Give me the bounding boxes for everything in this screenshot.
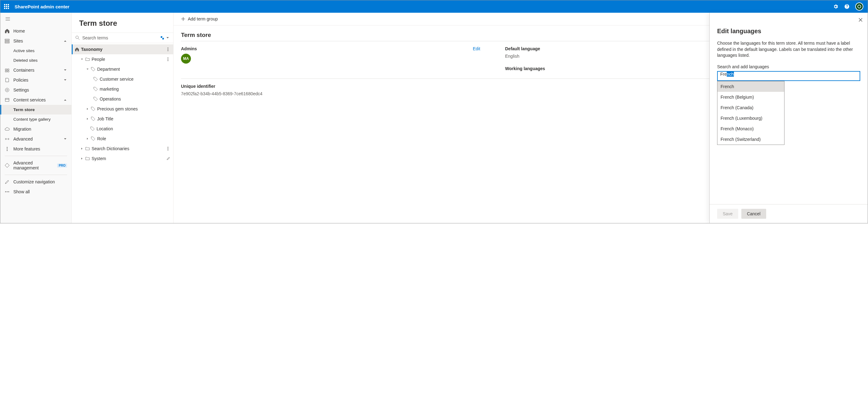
nav-content-type-gallery[interactable]: Content type gallery — [0, 114, 71, 124]
suggestion-item[interactable]: French (Belgium) — [717, 92, 784, 102]
folder-icon — [85, 156, 90, 161]
page-title: Term store — [72, 13, 173, 33]
svg-point-2 — [5, 138, 6, 140]
uid-label: Unique identifier — [181, 84, 215, 89]
chevron-right-icon — [86, 137, 89, 140]
nav-show-all[interactable]: Show all — [0, 187, 71, 197]
save-button[interactable]: Save — [717, 209, 738, 219]
nav-migration[interactable]: Migration — [0, 124, 71, 134]
tree-node-marketing[interactable]: marketing — [72, 84, 173, 94]
collapse-nav-button[interactable] — [0, 13, 71, 26]
suggestion-item[interactable]: French (Canada) — [717, 102, 784, 113]
tree-node-job-title[interactable]: Job Title — [72, 114, 173, 124]
content-services-icon — [5, 97, 10, 102]
pencil-icon — [5, 179, 10, 184]
svg-point-6 — [7, 150, 8, 151]
pro-badge: PRO — [57, 164, 67, 168]
side-navigation: Home Sites Active sites Deleted sites Co… — [0, 13, 72, 223]
tag-icon — [91, 136, 95, 141]
cancel-button[interactable]: Cancel — [741, 209, 766, 219]
tree-node-operations[interactable]: Operations — [72, 94, 173, 104]
nav-advanced-management[interactable]: Advanced managementPRO — [0, 158, 71, 173]
more-icon[interactable] — [166, 47, 170, 52]
close-button[interactable] — [858, 18, 863, 23]
default-language-label: Default language — [505, 46, 540, 51]
account-avatar[interactable] — [855, 2, 863, 10]
suggestion-item[interactable]: French — [717, 81, 784, 92]
svg-point-14 — [168, 57, 168, 58]
svg-point-15 — [168, 59, 168, 60]
tree-node-search-dictionaries[interactable]: Search Dictionaries — [72, 144, 173, 154]
chevron-right-icon — [86, 107, 89, 110]
svg-point-8 — [7, 192, 8, 192]
nav-containers[interactable]: Containers — [0, 65, 71, 75]
svg-point-7 — [5, 192, 6, 192]
tree-node-department[interactable]: Department — [72, 64, 173, 74]
chevron-down-icon — [166, 36, 169, 40]
tree-node-people[interactable]: People — [72, 54, 173, 64]
chevron-right-icon — [86, 117, 89, 121]
add-term-group-button[interactable]: Add term group — [188, 16, 218, 22]
nav-content-services[interactable]: Content services — [0, 95, 71, 105]
term-tree-panel: Term store Search terms Taxonomy People … — [72, 13, 174, 223]
more-icon — [5, 146, 10, 152]
nav-advanced[interactable]: Advanced — [0, 134, 71, 144]
chevron-down-icon — [63, 78, 67, 82]
app-launcher-icon[interactable] — [3, 3, 10, 10]
tree-node-role[interactable]: Role — [72, 134, 173, 144]
tree-node-taxonomy[interactable]: Taxonomy — [72, 44, 173, 54]
suggestion-item[interactable]: French (Switzerland) — [717, 134, 784, 144]
nav-customize-navigation[interactable]: Customize navigation — [0, 177, 71, 187]
search-icon — [75, 36, 80, 40]
app-title: SharePoint admin center — [14, 4, 69, 9]
chevron-down-icon — [63, 68, 67, 72]
tree-node-system[interactable]: System — [72, 154, 173, 164]
cloud-icon — [5, 127, 10, 132]
nav-active-sites[interactable]: Active sites — [0, 46, 71, 56]
search-terms-input[interactable]: Search terms — [75, 35, 158, 40]
edit-languages-panel: Edit languages Choose the languages for … — [709, 13, 868, 223]
tag-icon — [91, 107, 95, 111]
more-icon[interactable] — [166, 57, 170, 61]
suggestion-item[interactable]: French (Monaco) — [717, 124, 784, 134]
svg-point-18 — [168, 148, 168, 149]
chevron-down-icon — [86, 68, 89, 71]
chevron-down-icon — [63, 137, 67, 141]
suggestion-item[interactable]: French (Luxembourg) — [717, 113, 784, 124]
gear-icon[interactable] — [833, 4, 838, 9]
tree-node-customer-service[interactable]: Customer service — [72, 74, 173, 84]
tag-icon — [93, 87, 98, 91]
tag-icon — [90, 127, 95, 131]
svg-point-3 — [8, 138, 9, 140]
nav-sites[interactable]: Sites — [0, 36, 71, 46]
svg-point-13 — [168, 50, 168, 51]
working-languages-label: Working languages — [505, 66, 545, 71]
tree-node-location[interactable]: Location — [72, 124, 173, 134]
nav-policies[interactable]: Policies — [0, 75, 71, 85]
search-languages-input[interactable]: French — [717, 71, 860, 81]
language-filter-dropdown[interactable] — [160, 36, 169, 40]
svg-point-11 — [168, 47, 168, 48]
help-icon[interactable] — [844, 4, 850, 9]
admins-label: Admins — [181, 46, 197, 51]
more-icon[interactable] — [166, 146, 170, 151]
diamond-icon — [5, 163, 10, 168]
nav-deleted-sites[interactable]: Deleted sites — [0, 56, 71, 65]
ellipsis-icon — [5, 189, 10, 194]
close-icon — [858, 18, 863, 22]
svg-point-0 — [6, 89, 8, 91]
nav-settings[interactable]: Settings — [0, 85, 71, 95]
tree-node-gem-stones[interactable]: Precious gem stones — [72, 104, 173, 114]
add-icon — [181, 17, 185, 21]
admins-edit-link[interactable]: Edit — [473, 46, 480, 51]
sites-icon — [5, 38, 10, 43]
svg-point-17 — [168, 147, 168, 148]
nav-term-store[interactable]: Term store — [0, 105, 71, 114]
containers-icon — [5, 68, 10, 73]
tag-icon — [91, 117, 95, 121]
chevron-up-icon — [63, 98, 67, 102]
nav-more-features[interactable]: More features — [0, 144, 71, 154]
nav-home[interactable]: Home — [0, 26, 71, 36]
svg-point-10 — [76, 36, 79, 39]
chevron-up-icon — [63, 39, 67, 43]
